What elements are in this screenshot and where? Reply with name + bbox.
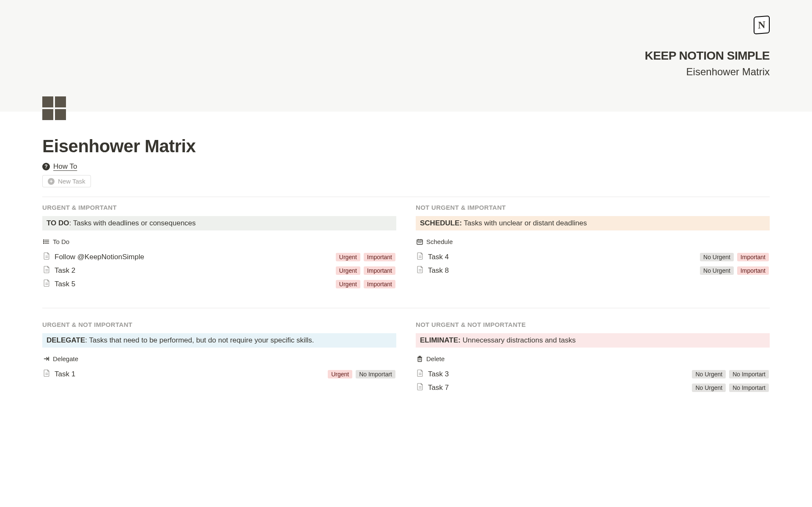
tag: Urgent	[328, 370, 352, 378]
task-title: Task 4	[428, 253, 449, 261]
task-left: Follow @KeepNotionSimple	[43, 252, 144, 262]
svg-rect-29	[419, 356, 421, 357]
calendar-icon	[417, 238, 423, 245]
task-left: Task 2	[43, 266, 75, 276]
task-tags: UrgentImportant	[336, 266, 395, 275]
callout-todo: TO DO: Tasks with deadlines or consequen…	[42, 216, 396, 230]
task-row[interactable]: Task 3No UrgentNo Importart	[416, 367, 770, 381]
grid-square-icon	[55, 96, 66, 107]
task-tags: UrgentImportant	[336, 280, 395, 288]
callout-text: Tasks that need to be performed, but do …	[89, 336, 314, 344]
svg-rect-27	[418, 358, 421, 362]
task-title: Task 5	[55, 280, 75, 288]
tag: Urgent	[336, 266, 360, 275]
page-doc-icon	[43, 279, 50, 289]
matrix-grid: URGENT & IMPORTANT TO DO: Tasks with dea…	[42, 204, 770, 395]
tag: Urgent	[336, 280, 360, 288]
task-title: Task 1	[55, 370, 75, 378]
tag: Important	[364, 253, 395, 261]
quadrant-heading: URGENT & NOT IMPORTANT	[42, 321, 396, 328]
task-list: Task 3No UrgentNo ImportartTask 7No Urge…	[416, 367, 770, 395]
trash-icon	[417, 356, 423, 362]
divider	[42, 304, 770, 308]
plus-circle-icon: +	[48, 178, 55, 185]
callout-text: Unnecessary distractions and tasks	[463, 336, 576, 344]
view-label: Delete	[426, 355, 444, 362]
tag: Important	[364, 266, 395, 275]
callout-schedule: SCHEDULE: Tasks with unclear or distant …	[416, 216, 770, 230]
task-title: Task 8	[428, 266, 449, 275]
task-left: Task 1	[43, 369, 75, 379]
task-list: Task 4No UrgentImportantTask 8No UrgentI…	[416, 250, 770, 277]
callout-label: SCHEDULE:	[420, 219, 462, 227]
page-content: Eisenhower Matrix ? How To + New Task UR…	[0, 112, 812, 420]
quadrant-heading: NOT URGENT & IMPORTANT	[416, 204, 770, 211]
page-icon[interactable]	[42, 96, 66, 120]
notion-logo-icon: N	[754, 16, 770, 35]
task-row[interactable]: Follow @KeepNotionSimpleUrgentImportant	[42, 250, 396, 264]
svg-rect-16	[418, 242, 419, 243]
view-tab-delegate[interactable]: Delegate	[42, 353, 396, 365]
view-tab-schedule[interactable]: Schedule	[416, 236, 770, 248]
svg-point-4	[44, 241, 44, 242]
cover-content: N KEEP NOTION SIMPLE Eisenhower Matrix	[42, 16, 770, 78]
task-tags: UrgentImportant	[336, 253, 395, 261]
divider	[42, 197, 770, 197]
svg-rect-17	[420, 242, 420, 243]
callout-label: DELEGATE	[47, 336, 85, 344]
how-to-link[interactable]: ? How To	[42, 162, 770, 171]
svg-rect-18	[420, 242, 421, 243]
view-label: Schedule	[426, 238, 453, 245]
cover-title: KEEP NOTION SIMPLE	[645, 49, 770, 63]
tag: No Importart	[729, 370, 769, 378]
view-label: To Do	[53, 238, 69, 245]
svg-point-3	[44, 240, 44, 241]
task-title: Task 3	[428, 370, 449, 378]
task-row[interactable]: Task 8No UrgentImportant	[416, 264, 770, 277]
tag: Important	[737, 266, 769, 275]
quadrant-schedule: NOT URGENT & IMPORTANT SCHEDULE: Tasks w…	[416, 204, 770, 291]
task-row[interactable]: Task 5UrgentImportant	[42, 277, 396, 291]
callout-label: ELIMINATE:	[420, 336, 461, 344]
task-left: Task 8	[417, 266, 449, 276]
task-list: Task 1UrgentNo Importart	[42, 367, 396, 381]
task-row[interactable]: Task 2UrgentImportant	[42, 264, 396, 277]
quadrant-heading: URGENT & IMPORTANT	[42, 204, 396, 211]
task-tags: UrgentNo Importart	[328, 370, 395, 378]
quadrant-todo: URGENT & IMPORTANT TO DO: Tasks with dea…	[42, 204, 396, 291]
tag: No Urgent	[692, 370, 726, 378]
page-title[interactable]: Eisenhower Matrix	[42, 136, 770, 156]
view-tab-todo[interactable]: To Do	[42, 236, 396, 248]
tag: No Importart	[356, 370, 395, 378]
view-label: Delegate	[53, 355, 78, 362]
list-icon	[43, 238, 49, 245]
new-task-button[interactable]: + New Task	[42, 175, 91, 187]
task-left: Task 4	[417, 252, 449, 262]
cover-subtitle: Eisenhower Matrix	[686, 66, 770, 78]
page-doc-icon	[417, 383, 424, 393]
task-row[interactable]: Task 7No UrgentNo Importart	[416, 381, 770, 395]
tag: Important	[737, 253, 769, 261]
callout-delegate: DELEGATE: Tasks that need to be performe…	[42, 333, 396, 348]
task-row[interactable]: Task 4No UrgentImportant	[416, 250, 770, 264]
page-doc-icon	[43, 266, 50, 276]
view-tab-delete[interactable]: Delete	[416, 353, 770, 365]
callout-text: Tasks with unclear or distant deadlines	[464, 219, 587, 227]
tag: No Urgent	[700, 253, 734, 261]
page-doc-icon	[417, 266, 424, 276]
task-row[interactable]: Task 1UrgentNo Importart	[42, 367, 396, 381]
svg-point-5	[44, 243, 44, 244]
quadrant-eliminate: NOT URGENT & NOT IMPORTANTE ELIMINATE: U…	[416, 321, 770, 395]
task-title: Task 2	[55, 266, 75, 275]
quadrant-delegate: URGENT & NOT IMPORTANT DELEGATE: Tasks t…	[42, 321, 396, 395]
page-doc-icon	[43, 252, 50, 262]
tag: No Urgent	[692, 384, 726, 392]
page-doc-icon	[43, 369, 50, 379]
grid-square-icon	[42, 96, 53, 107]
page-doc-icon	[417, 369, 424, 379]
callout-eliminate: ELIMINATE: Unnecessary distractions and …	[416, 333, 770, 348]
task-list: Follow @KeepNotionSimpleUrgentImportantT…	[42, 250, 396, 291]
tag: Important	[364, 280, 395, 288]
task-left: Task 3	[417, 369, 449, 379]
tag: No Urgent	[700, 266, 734, 275]
